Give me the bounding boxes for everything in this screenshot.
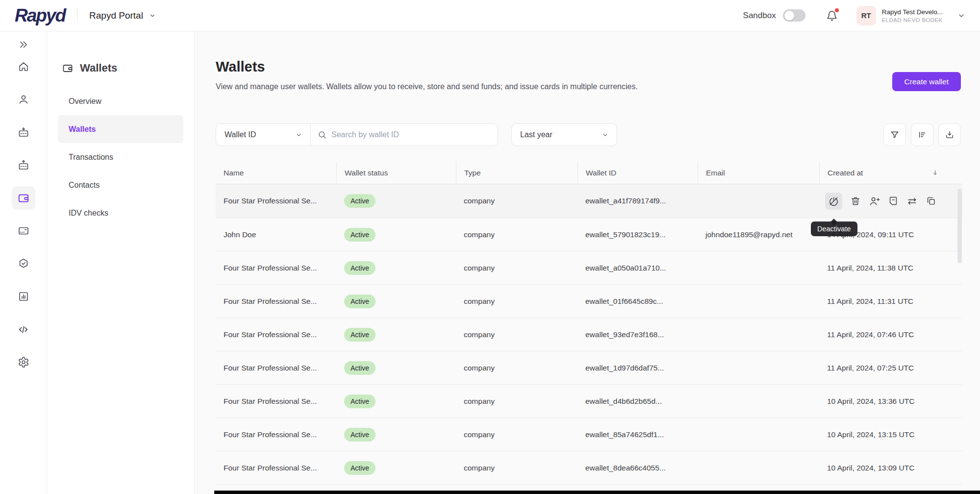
column-header-name[interactable]: Name [216, 162, 336, 184]
sidebar-item-idv-checks[interactable]: IDV checks [58, 199, 183, 227]
sort-icon [917, 130, 927, 140]
cell-created-at: 10 April, 2024, 13:36 UTC [819, 397, 962, 406]
cell-wallet-id: ewallet_85a74625df1... [578, 430, 698, 439]
deactivate-button[interactable] [825, 193, 842, 210]
account-menu[interactable]: RT Rapyd Test Develo... ELDAD NEVO BODEK [856, 6, 965, 25]
table-row[interactable]: Four Star Professional Se... Active comp… [216, 284, 962, 318]
rail-item-verify[interactable] [18, 258, 29, 270]
search-input[interactable] [331, 130, 491, 139]
cell-name: John Doe [216, 230, 336, 239]
header-divider [77, 8, 77, 23]
column-header-created-at[interactable]: Created at [819, 162, 962, 184]
cell-wallet-id: ewallet_93ed7e3f168... [578, 330, 698, 339]
cell-status: Active [336, 261, 456, 275]
sort-button[interactable] [911, 124, 933, 146]
table-row[interactable]: Four Star Professional Se... Active comp… [216, 184, 962, 218]
filter-button[interactable] [883, 124, 906, 146]
app-root: Rapyd Rapyd Portal Sandbox RT Rapyd Test… [0, 0, 980, 494]
table-row[interactable]: Four Star Professional Se... Active comp… [216, 384, 962, 418]
search-icon [318, 130, 327, 139]
table-header: Name Wallet status Type Wallet ID Email … [216, 162, 962, 184]
rapyd-logo: Rapyd [15, 5, 65, 26]
code-icon [17, 323, 29, 336]
rail-item-developers[interactable] [18, 323, 29, 335]
table-row[interactable]: Four Star Professional Se... Active comp… [216, 451, 962, 484]
rail-item-home[interactable] [18, 61, 29, 73]
search-field-selector[interactable]: Wallet ID [216, 124, 311, 146]
chevron-down-icon [296, 132, 302, 138]
cell-name: Four Star Professional Se... [216, 264, 336, 272]
column-header-label: Created at [828, 169, 863, 177]
sidebar-item-label: Contacts [69, 181, 100, 190]
cell-status: Active [336, 361, 456, 375]
sidebar-item-transactions[interactable]: Transactions [58, 143, 183, 171]
cell-type: company [456, 364, 578, 372]
main-content: Wallets View and manage user wallets. Wa… [195, 31, 980, 494]
sidebar-item-label: Transactions [69, 153, 113, 162]
filter-bar: Wallet ID Last year [216, 124, 961, 146]
rail-item-wallets[interactable] [12, 186, 35, 210]
status-badge: Active [344, 295, 376, 308]
cell-status: Active [336, 228, 456, 242]
details-button[interactable] [888, 196, 899, 206]
sidebar-title: Wallets [58, 62, 183, 74]
sidebar-item-label: Wallets [69, 125, 96, 134]
portal-switcher[interactable]: Rapyd Portal [89, 10, 156, 21]
column-header-type[interactable]: Type [456, 162, 578, 184]
sidebar-item-overview[interactable]: Overview [58, 87, 183, 115]
table-row[interactable]: Four Star Professional Se... Active comp… [216, 418, 962, 451]
cell-name: Four Star Professional Se... [216, 397, 336, 406]
search-combo: Wallet ID [216, 124, 498, 146]
search-box [311, 124, 498, 146]
sidebar-item-wallets[interactable]: Wallets [58, 115, 183, 143]
sidebar-item-contacts[interactable]: Contacts [58, 171, 183, 199]
expand-sidebar-button[interactable] [18, 39, 29, 50]
verify-icon [18, 258, 29, 270]
delete-button[interactable] [850, 196, 861, 206]
cell-created-at: 10 April, 2024, 13:15 UTC [819, 430, 962, 439]
cell-type: company [456, 197, 578, 205]
column-header-wallet-id[interactable]: Wallet ID [578, 162, 698, 184]
notifications-button[interactable] [826, 10, 838, 22]
transfer-button[interactable] [906, 196, 918, 207]
table-row[interactable]: Four Star Professional Se... Active comp… [216, 351, 962, 384]
cell-created-at: 11 April, 2024, 11:31 UTC [819, 297, 962, 306]
vertical-scrollbar[interactable] [957, 189, 962, 263]
sandbox-label: Sandbox [743, 11, 776, 21]
wallets-sidebar: Wallets Overview Wallets Transactions Co… [47, 31, 195, 494]
double-chevron-right-icon [18, 39, 29, 50]
cell-type: company [456, 464, 578, 472]
date-range-selector[interactable]: Last year [511, 124, 617, 146]
table-row[interactable]: Four Star Professional Se... Active comp… [216, 318, 962, 351]
add-contact-button[interactable] [869, 196, 880, 207]
rail-item-cards[interactable] [18, 225, 29, 237]
download-icon [945, 130, 955, 140]
cell-created-at: 11 April, 2024, 07:46 UTC [819, 330, 962, 339]
rail-item-reports[interactable] [18, 291, 29, 302]
rail-item-settings[interactable] [18, 356, 29, 368]
cell-status: Active [336, 395, 456, 408]
column-header-wallet-status[interactable]: Wallet status [336, 162, 456, 184]
wallets-table: Name Wallet status Type Wallet ID Email … [216, 162, 962, 494]
rail-item-disburse[interactable] [18, 159, 29, 171]
avatar: RT [856, 6, 876, 25]
page-description: View and manage user wallets. Wallets al… [216, 81, 647, 93]
cell-name: Four Star Professional Se... [216, 464, 336, 472]
column-header-email[interactable]: Email [698, 162, 819, 184]
rail-item-contacts[interactable] [18, 94, 29, 105]
cell-name: Four Star Professional Se... [216, 297, 336, 306]
rail-item-collect[interactable] [18, 126, 29, 138]
cell-wallet-id: ewallet_a050a01a710... [578, 264, 698, 272]
row-actions [819, 193, 962, 210]
sidebar-item-label: IDV checks [69, 209, 108, 218]
download-button[interactable] [938, 124, 961, 146]
create-wallet-button[interactable]: Create wallet [892, 72, 961, 91]
status-badge: Active [344, 261, 376, 275]
sandbox-toggle[interactable] [783, 9, 805, 22]
top-header: Rapyd Rapyd Portal Sandbox RT Rapyd Test… [0, 0, 980, 31]
cell-wallet-id: ewallet_01f6645c89c... [578, 297, 698, 306]
wallet-icon [62, 62, 74, 74]
cell-status: Active [336, 328, 456, 342]
copy-button[interactable] [926, 196, 936, 206]
table-row[interactable]: Four Star Professional Se... Active comp… [216, 251, 962, 284]
